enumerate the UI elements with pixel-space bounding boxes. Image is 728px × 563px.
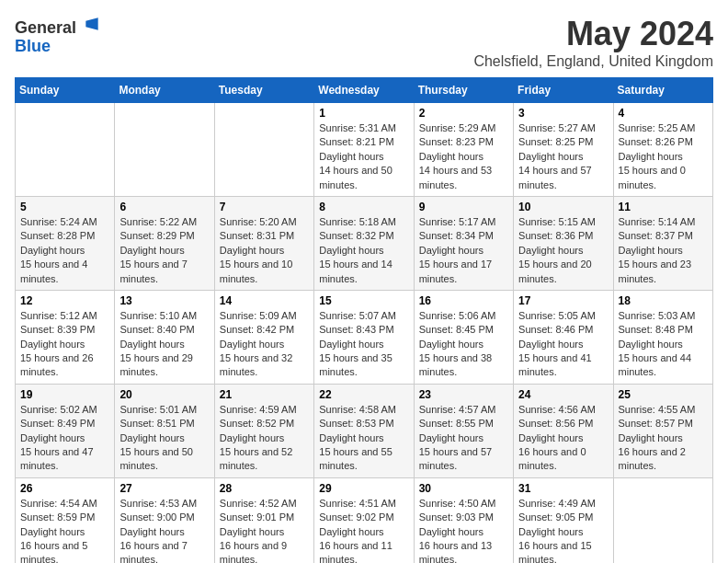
calendar-cell: 18Sunrise: 5:03 AMSunset: 8:48 PMDayligh… <box>613 290 712 384</box>
calendar-cell: 11Sunrise: 5:14 AMSunset: 8:37 PMDayligh… <box>613 196 712 290</box>
calendar-cell: 26Sunrise: 4:54 AMSunset: 8:59 PMDayligh… <box>16 477 115 563</box>
day-info: Sunrise: 5:15 AMSunset: 8:36 PMDaylight … <box>518 215 608 286</box>
day-number: 18 <box>619 294 708 307</box>
day-number: 26 <box>20 482 109 495</box>
day-info: Sunrise: 5:09 AMSunset: 8:42 PMDaylight … <box>220 309 309 380</box>
header-friday: Friday <box>514 78 613 103</box>
calendar-week-2: 5Sunrise: 5:24 AMSunset: 8:28 PMDaylight… <box>16 196 713 290</box>
logo-image: General Blue <box>15 15 101 56</box>
day-info: Sunrise: 5:29 AMSunset: 8:23 PMDaylight … <box>419 121 508 192</box>
logo: General Blue <box>15 15 101 56</box>
day-info: Sunrise: 4:55 AMSunset: 8:57 PMDaylight … <box>619 403 708 474</box>
day-number: 27 <box>119 482 209 495</box>
day-info: Sunrise: 5:24 AMSunset: 8:28 PMDaylight … <box>20 215 109 286</box>
day-info: Sunrise: 5:07 AMSunset: 8:43 PMDaylight … <box>319 309 408 380</box>
calendar-cell: 16Sunrise: 5:06 AMSunset: 8:45 PMDayligh… <box>414 290 513 384</box>
calendar-table: SundayMondayTuesdayWednesdayThursdayFrid… <box>15 77 713 563</box>
day-info: Sunrise: 4:56 AMSunset: 8:56 PMDaylight … <box>518 403 608 474</box>
calendar-cell: 17Sunrise: 5:05 AMSunset: 8:46 PMDayligh… <box>514 290 613 384</box>
svg-marker-0 <box>85 17 97 29</box>
header-tuesday: Tuesday <box>214 78 313 103</box>
page-header: General Blue May 2024 Chelsfield, Englan… <box>15 15 713 70</box>
calendar-cell <box>613 477 712 563</box>
day-number: 25 <box>619 388 708 401</box>
calendar-cell: 31Sunrise: 4:49 AMSunset: 9:05 PMDayligh… <box>514 477 613 563</box>
day-number: 29 <box>319 482 408 495</box>
day-number: 19 <box>20 388 109 401</box>
calendar-week-4: 19Sunrise: 5:02 AMSunset: 8:49 PMDayligh… <box>16 384 713 477</box>
title-block: May 2024 Chelsfield, England, United Kin… <box>473 15 713 70</box>
day-number: 21 <box>220 388 309 401</box>
calendar-cell: 10Sunrise: 5:15 AMSunset: 8:36 PMDayligh… <box>514 196 613 290</box>
calendar-cell: 9Sunrise: 5:17 AMSunset: 8:34 PMDaylight… <box>414 196 513 290</box>
location-title: Chelsfield, England, United Kingdom <box>473 53 713 70</box>
calendar-cell: 20Sunrise: 5:01 AMSunset: 8:51 PMDayligh… <box>115 384 214 477</box>
calendar-cell: 2Sunrise: 5:29 AMSunset: 8:23 PMDaylight… <box>414 103 513 197</box>
calendar-cell <box>214 103 313 197</box>
day-info: Sunrise: 4:58 AMSunset: 8:53 PMDaylight … <box>319 403 408 474</box>
day-number: 31 <box>518 482 608 495</box>
header-thursday: Thursday <box>414 78 513 103</box>
header-sunday: Sunday <box>16 78 115 103</box>
day-info: Sunrise: 4:59 AMSunset: 8:52 PMDaylight … <box>220 403 309 474</box>
day-info: Sunrise: 5:18 AMSunset: 8:32 PMDaylight … <box>319 215 408 286</box>
calendar-cell: 24Sunrise: 4:56 AMSunset: 8:56 PMDayligh… <box>514 384 613 477</box>
day-info: Sunrise: 4:53 AMSunset: 9:00 PMDaylight … <box>119 497 209 563</box>
day-number: 16 <box>419 294 508 307</box>
day-info: Sunrise: 4:49 AMSunset: 9:05 PMDaylight … <box>518 497 608 563</box>
month-title: May 2024 <box>473 15 713 53</box>
calendar-cell: 27Sunrise: 4:53 AMSunset: 9:00 PMDayligh… <box>115 477 214 563</box>
day-number: 7 <box>220 201 309 213</box>
calendar-cell: 13Sunrise: 5:10 AMSunset: 8:40 PMDayligh… <box>115 290 214 384</box>
day-info: Sunrise: 4:57 AMSunset: 8:55 PMDaylight … <box>419 403 508 474</box>
logo-general-text: General <box>15 18 76 37</box>
day-info: Sunrise: 4:50 AMSunset: 9:03 PMDaylight … <box>419 497 508 563</box>
day-info: Sunrise: 5:01 AMSunset: 8:51 PMDaylight … <box>119 403 209 474</box>
calendar-cell: 6Sunrise: 5:22 AMSunset: 8:29 PMDaylight… <box>115 196 214 290</box>
day-info: Sunrise: 4:51 AMSunset: 9:02 PMDaylight … <box>319 497 408 563</box>
day-info: Sunrise: 4:52 AMSunset: 9:01 PMDaylight … <box>220 497 309 563</box>
header-monday: Monday <box>115 78 214 103</box>
day-info: Sunrise: 5:14 AMSunset: 8:37 PMDaylight … <box>619 215 708 286</box>
calendar-cell: 7Sunrise: 5:20 AMSunset: 8:31 PMDaylight… <box>214 196 313 290</box>
day-info: Sunrise: 5:25 AMSunset: 8:26 PMDaylight … <box>619 121 708 192</box>
day-number: 14 <box>220 294 309 307</box>
day-number: 17 <box>518 294 608 307</box>
day-number: 8 <box>319 201 408 213</box>
calendar-week-1: 1Sunrise: 5:31 AMSunset: 8:21 PMDaylight… <box>16 103 713 197</box>
calendar-cell: 1Sunrise: 5:31 AMSunset: 8:21 PMDaylight… <box>314 103 414 197</box>
day-number: 20 <box>119 388 209 401</box>
calendar-cell: 21Sunrise: 4:59 AMSunset: 8:52 PMDayligh… <box>214 384 313 477</box>
calendar-cell: 14Sunrise: 5:09 AMSunset: 8:42 PMDayligh… <box>214 290 313 384</box>
calendar-cell: 30Sunrise: 4:50 AMSunset: 9:03 PMDayligh… <box>414 477 513 563</box>
day-number: 12 <box>20 294 109 307</box>
day-info: Sunrise: 5:03 AMSunset: 8:48 PMDaylight … <box>619 309 708 380</box>
day-number: 5 <box>20 201 109 213</box>
day-number: 2 <box>419 107 508 120</box>
day-number: 15 <box>319 294 408 307</box>
day-number: 22 <box>319 388 408 401</box>
day-number: 9 <box>419 201 508 213</box>
day-info: Sunrise: 5:10 AMSunset: 8:40 PMDaylight … <box>119 309 209 380</box>
calendar-cell: 23Sunrise: 4:57 AMSunset: 8:55 PMDayligh… <box>414 384 513 477</box>
day-number: 13 <box>119 294 209 307</box>
day-number: 28 <box>220 482 309 495</box>
day-number: 4 <box>619 107 708 120</box>
day-info: Sunrise: 4:54 AMSunset: 8:59 PMDaylight … <box>20 497 109 563</box>
calendar-cell <box>115 103 214 197</box>
calendar-cell: 19Sunrise: 5:02 AMSunset: 8:49 PMDayligh… <box>16 384 115 477</box>
calendar-cell: 3Sunrise: 5:27 AMSunset: 8:25 PMDaylight… <box>514 103 613 197</box>
day-number: 3 <box>518 107 608 120</box>
day-number: 10 <box>518 201 608 213</box>
logo-arrow-icon <box>83 15 101 33</box>
calendar-cell: 15Sunrise: 5:07 AMSunset: 8:43 PMDayligh… <box>314 290 414 384</box>
day-info: Sunrise: 5:05 AMSunset: 8:46 PMDaylight … <box>518 309 608 380</box>
day-info: Sunrise: 5:22 AMSunset: 8:29 PMDaylight … <box>119 215 209 286</box>
day-number: 30 <box>419 482 508 495</box>
calendar-week-3: 12Sunrise: 5:12 AMSunset: 8:39 PMDayligh… <box>16 290 713 384</box>
calendar-cell: 29Sunrise: 4:51 AMSunset: 9:02 PMDayligh… <box>314 477 414 563</box>
header-saturday: Saturday <box>613 78 712 103</box>
day-number: 23 <box>419 388 508 401</box>
day-info: Sunrise: 5:27 AMSunset: 8:25 PMDaylight … <box>518 121 608 192</box>
day-number: 6 <box>119 201 209 213</box>
